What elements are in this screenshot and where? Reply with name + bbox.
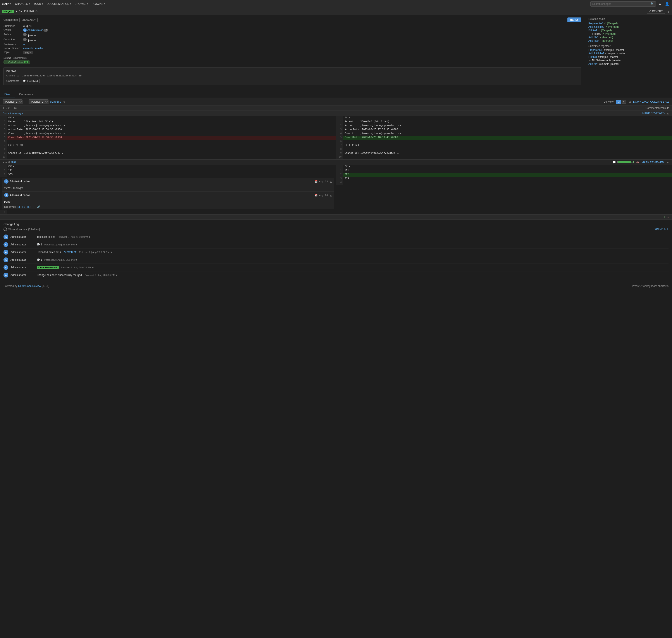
patchset2-selector[interactable]: Patchset 2	[29, 99, 49, 104]
nav-documentation[interactable]: DOCUMENTATION ▾	[45, 0, 73, 8]
relation-item-0: Prepare file3 ✓ (Merged)	[588, 22, 669, 25]
log-chevron-5[interactable]: ▾	[116, 273, 117, 277]
side-by-side-btn[interactable]: ⊟	[616, 100, 621, 104]
patchset1-selector[interactable]: Patchset 1	[3, 99, 22, 104]
relation-link-3[interactable]: Fill file0	[592, 32, 601, 35]
diff-line: 2 Author: jinwon <jinwon@squarelab.co>	[336, 124, 672, 128]
log-action-1: 💬 1	[37, 243, 42, 246]
commit-diff-right: File 1 Parent: 230ad8a0 (Add file1) 2 Au…	[336, 116, 672, 160]
file0-collapse-icon[interactable]: ▲	[666, 161, 669, 164]
tab-comments[interactable]: Comments	[15, 91, 37, 98]
file0-mode: M → M	[3, 161, 10, 164]
footer-link[interactable]: Gerrit Code Review	[18, 285, 41, 288]
log-avatar-3: A	[3, 257, 8, 262]
relation-link-4[interactable]: Add file1	[588, 36, 599, 39]
tabs-bar: Files Comments	[0, 91, 672, 98]
commit-mark-reviewed-btn[interactable]: MARK REVIEWED	[642, 112, 665, 115]
log-author-1: Administrator	[11, 243, 34, 246]
unified-btn[interactable]: ≡	[622, 100, 626, 104]
comment2-expand-icon[interactable]: ▲	[330, 194, 332, 197]
download-button[interactable]: DOWNLOAD	[633, 100, 649, 103]
commit-diff-header[interactable]: Commit message MARK REVIEWED ▲	[0, 111, 672, 116]
relation-link-0[interactable]: Prepare file3	[588, 22, 603, 25]
topic-row: Topic files ✕	[3, 51, 581, 54]
resolved-label: Resolved	[4, 205, 16, 208]
committer-row: Committer jinwon	[3, 38, 581, 42]
file0-diff-right: File 1 111 2 222 3 333 4	[336, 165, 672, 214]
comment-quote-btn[interactable]: QUOTE	[27, 206, 35, 208]
file0-link[interactable]: file0	[11, 161, 16, 164]
footer: Powered by Gerrit Code Review (3.8.1) Pr…	[0, 282, 672, 290]
reviewers-row: Reviewers ✏	[3, 43, 581, 46]
diff-line: File	[336, 116, 672, 120]
relation-link-5[interactable]: Add file0	[588, 39, 599, 43]
diff-line-added: 2 222	[336, 173, 672, 177]
diff-settings-icon[interactable]: ⚙	[628, 100, 632, 103]
reviewers-edit-icon[interactable]: ✏	[23, 43, 25, 46]
sub-link-3[interactable]: Fill file0	[592, 59, 601, 62]
sub-link-0[interactable]: Prepare file3	[588, 49, 603, 52]
repo-link[interactable]: example	[23, 47, 33, 50]
comment2-avatar: A	[4, 193, 9, 197]
change-log-title: Change Log	[3, 222, 19, 226]
file-list-size-col: Size	[658, 106, 663, 110]
more-options-icon[interactable]: ⋮	[667, 9, 670, 13]
copy-title-icon[interactable]: ⧉	[36, 10, 37, 13]
comment-reply-btn[interactable]: REPLY	[17, 206, 25, 208]
commit-message-box: Fill file0 Change-Id: I09094f84912529ff2…	[3, 67, 581, 85]
search-input[interactable]	[592, 2, 650, 5]
page-title: Fill file0	[24, 10, 34, 13]
commit-diff-filename: Commit message	[3, 112, 642, 115]
merged-badge: Merged	[2, 10, 14, 13]
diff-line: File	[336, 165, 672, 169]
sub-together-4: Add file1 example | master	[588, 63, 669, 66]
tab-files[interactable]: Files	[0, 91, 15, 98]
commit-diff-collapse-icon[interactable]: ▲	[666, 112, 669, 115]
expand-all-button[interactable]: EXPAND ALL	[653, 228, 669, 231]
file0-mark-reviewed-btn[interactable]: MARK REVIEWED	[642, 161, 664, 164]
log-author-3: Administrator	[11, 258, 34, 262]
log-chevron-2[interactable]: ▾	[111, 250, 112, 254]
sub-link-1[interactable]: Add & fill file2	[588, 52, 604, 55]
copy-hash-icon[interactable]: ⧉	[64, 100, 65, 103]
tabs-section: Files Comments Patchset 1 → Patchset 2 5…	[0, 91, 672, 219]
star-button[interactable]: ★ 3 ▾	[16, 10, 22, 13]
relation-chain-title: Relation chain	[588, 17, 669, 20]
view-diff-btn-2[interactable]: VIEW DIFF	[64, 251, 77, 253]
show-all-button[interactable]: SHOW ALL ▾	[19, 18, 37, 22]
log-chevron-1[interactable]: ▾	[75, 243, 77, 246]
branch-link[interactable]: master	[35, 47, 43, 50]
nav-changes[interactable]: CHANGES ▾	[13, 0, 32, 8]
commit-diff-section: Commit message MARK REVIEWED ▲ File 1 Pa…	[0, 111, 672, 160]
show-all-circle[interactable]	[3, 228, 7, 231]
nav-your[interactable]: YOUR ▾	[32, 0, 45, 8]
reply-button[interactable]: REPLY	[567, 17, 581, 22]
relation-link-1[interactable]: Add & fill file2	[588, 25, 604, 28]
relation-item-5: Add file0 ✓ (Merged)	[588, 39, 669, 43]
relation-link-2[interactable]: Fill file1	[588, 29, 597, 32]
diff-line: 2 333	[0, 173, 336, 177]
revert-button[interactable]: ⟲ REVERT	[647, 9, 665, 14]
diff-line: 2 Author: jinwon <jinwon@squarelab.co>	[0, 124, 336, 128]
comment1-expand-icon[interactable]: ▲	[330, 180, 332, 183]
log-meta-5: Patchset 2 | Aug 28 6:35 PM ▾	[85, 273, 666, 277]
sub-link-2[interactable]: Fill file1	[588, 55, 597, 58]
owner-link[interactable]: Administrator	[27, 29, 43, 32]
sub-link-4[interactable]: Add file1	[588, 63, 599, 66]
nav-plugins[interactable]: PLUGINS ▾	[90, 0, 107, 8]
commit-diff-left: File 1 Parent: 230ad8a0 (Add file1) 2 Au…	[0, 116, 336, 160]
diff-line-left-bottom: 3	[0, 210, 336, 214]
collapse-all-button[interactable]: COLLAPSE ALL	[650, 100, 669, 103]
settings-icon[interactable]: ⚙	[658, 1, 662, 7]
log-chevron-3[interactable]: ▾	[75, 258, 77, 262]
log-chevron-4[interactable]: ▾	[92, 266, 94, 269]
comment-link-icon[interactable]: 🔗	[37, 205, 40, 208]
user-icon[interactable]: 👤	[664, 1, 670, 7]
file0-totals-row: +1 -0	[0, 214, 672, 219]
log-action-3: 💬 1	[37, 258, 42, 262]
submitted-together-items: Prepare file3 example | master Add & fil…	[588, 49, 669, 66]
topic-remove-icon[interactable]: ✕	[30, 51, 32, 54]
nav-browse[interactable]: BROWSE ▾	[73, 0, 90, 8]
log-action-2: Uploaded patch set 2.	[37, 251, 62, 254]
log-chevron-0[interactable]: ▾	[89, 235, 90, 239]
